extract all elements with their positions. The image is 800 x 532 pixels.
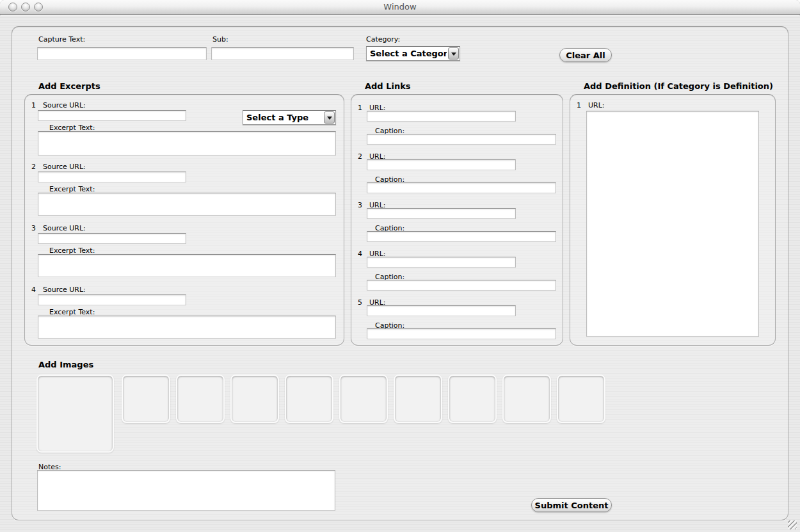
excerpt-number: 3 xyxy=(31,224,36,232)
source-url-label: Source URL: xyxy=(43,286,86,294)
source-url-input[interactable] xyxy=(38,172,186,182)
link-url-input[interactable] xyxy=(367,111,516,122)
source-url-input[interactable] xyxy=(38,110,186,121)
image-well-2[interactable] xyxy=(176,375,225,423)
link-number: 1 xyxy=(358,104,362,112)
chevron-down-icon xyxy=(327,117,332,122)
category-label: Category: xyxy=(366,35,400,44)
add-links-title: Add Links xyxy=(365,81,411,91)
link-url-input[interactable] xyxy=(367,208,516,219)
link-caption-input[interactable] xyxy=(367,182,556,193)
link-number: 5 xyxy=(358,298,362,307)
excerpt-text-area[interactable] xyxy=(38,254,336,277)
excerpt-type-select[interactable]: Select a Type xyxy=(243,110,336,125)
image-well-3[interactable] xyxy=(230,375,279,423)
close-button-icon[interactable] xyxy=(8,3,17,12)
link-number: 3 xyxy=(358,201,362,209)
add-definition-title: Add Definition (If Category is Definitio… xyxy=(584,81,773,91)
link-caption-input[interactable] xyxy=(367,134,556,145)
image-well-4[interactable] xyxy=(285,375,333,423)
excerpts-panel: Select a Type 1 Source URL: Excerpt Text… xyxy=(24,94,344,346)
image-well-7[interactable] xyxy=(448,375,497,423)
image-well-8[interactable] xyxy=(502,375,551,423)
image-well-1[interactable] xyxy=(122,375,170,423)
definition-panel: 1 URL: xyxy=(570,94,776,346)
window: Window Capture Text: Sub: Category: Sele… xyxy=(0,0,800,532)
source-url-input[interactable] xyxy=(38,294,186,305)
clear-all-button[interactable]: Clear All xyxy=(559,48,612,62)
image-well-6[interactable] xyxy=(394,375,442,423)
excerpt-number: 1 xyxy=(31,101,36,109)
excerpt-text-area[interactable] xyxy=(38,131,336,156)
window-title: Window xyxy=(0,0,800,14)
definition-url-area[interactable] xyxy=(586,111,759,337)
url-label: URL: xyxy=(588,101,605,109)
submit-content-button[interactable]: Submit Content xyxy=(531,498,612,512)
add-images-title: Add Images xyxy=(38,360,93,369)
image-well-5[interactable] xyxy=(339,375,388,423)
link-url-input[interactable] xyxy=(367,159,516,170)
definition-number: 1 xyxy=(577,101,581,109)
excerpt-number: 2 xyxy=(31,163,36,171)
sub-label: Sub: xyxy=(212,35,228,44)
capture-text-label: Capture Text: xyxy=(38,35,85,44)
link-url-input[interactable] xyxy=(367,305,516,316)
source-url-input[interactable] xyxy=(38,233,186,244)
link-number: 4 xyxy=(358,250,362,258)
link-number: 2 xyxy=(358,152,362,161)
link-caption-input[interactable] xyxy=(367,328,556,339)
sub-input[interactable] xyxy=(211,47,354,60)
zoom-button-icon[interactable] xyxy=(34,3,43,12)
image-well-9[interactable] xyxy=(557,375,605,423)
excerpt-type-dropdown-button[interactable] xyxy=(324,111,335,124)
category-select[interactable]: Select a Category xyxy=(366,46,460,61)
minimize-button-icon[interactable] xyxy=(21,3,30,12)
image-well-large[interactable] xyxy=(36,375,114,453)
add-excerpts-title: Add Excerpts xyxy=(38,81,100,91)
link-url-input[interactable] xyxy=(367,257,516,268)
source-url-label: Source URL: xyxy=(43,163,86,171)
title-bar[interactable]: Window xyxy=(0,0,800,15)
excerpt-number: 4 xyxy=(31,286,36,294)
category-selected-value: Select a Category xyxy=(370,47,447,60)
source-url-label: Source URL: xyxy=(43,101,86,109)
link-caption-input[interactable] xyxy=(367,231,556,242)
resize-grip[interactable] xyxy=(788,520,797,529)
category-dropdown-button[interactable] xyxy=(448,47,459,60)
excerpt-type-selected-value: Select a Type xyxy=(246,111,323,124)
capture-text-input[interactable] xyxy=(37,47,207,60)
window-content: Capture Text: Sub: Category: Select a Ca… xyxy=(0,15,800,532)
notes-area[interactable] xyxy=(37,470,335,511)
chevron-down-icon xyxy=(451,52,456,58)
link-caption-input[interactable] xyxy=(367,280,556,291)
source-url-label: Source URL: xyxy=(43,224,86,232)
excerpt-text-area[interactable] xyxy=(38,316,336,339)
links-panel: 1 URL: Caption: 2 URL: Caption: 3 URL: C… xyxy=(351,94,563,346)
excerpt-text-area[interactable] xyxy=(38,193,336,216)
